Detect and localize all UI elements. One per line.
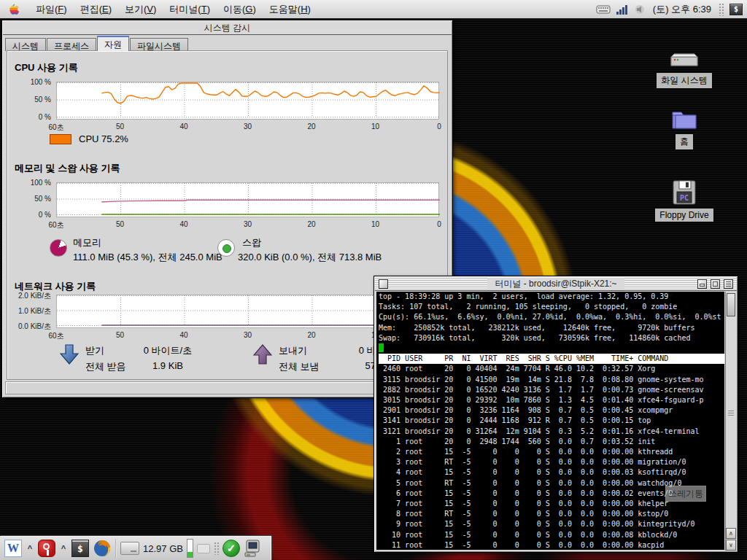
- keyboard-icon[interactable]: [596, 4, 611, 15]
- tray-handle[interactable]: [719, 3, 724, 16]
- menu-item-5[interactable]: 이동(G): [217, 1, 263, 17]
- x-tick-60초: 60초: [48, 122, 63, 133]
- process-row: 2460 root 20 0 40404 24m 7704 R 46.0 10.…: [379, 364, 724, 374]
- process-row: 2 root 15 -5 0 0 0 S 0.0 0.0 0:00.00 kth…: [379, 447, 724, 457]
- fsguard-level-indicator[interactable]: [187, 539, 193, 558]
- taskbar-handle[interactable]: [214, 542, 219, 555]
- recv-total-value: 1.9 KiB: [117, 360, 219, 371]
- desktop-icon-화일 시스템[interactable]: 화일 시스템: [649, 42, 719, 88]
- terminal-scrollbar[interactable]: ∧ ∨: [725, 292, 736, 551]
- tab-프로세스[interactable]: 프로세스: [47, 38, 96, 51]
- terminal-screen[interactable]: top - 18:39:28 up 3 min, 2 users, load a…: [376, 292, 724, 550]
- tab-자원[interactable]: 자원: [97, 36, 129, 51]
- recv-label: 받기: [85, 344, 104, 357]
- top-summary-line: Cpu(s): 66.1%us, 6.6%sy, 0.0%ni, 27.0%id…: [379, 312, 724, 322]
- cpu-x-labels: 60초50403020100: [56, 122, 439, 131]
- cpu-y-50: 50 %: [9, 96, 51, 104]
- x-tick-40: 40: [179, 122, 187, 131]
- desktop-icon-label: 화일 시스템: [657, 73, 711, 88]
- process-row: 2901 broodsir 20 0 3236 1164 908 S 0.7 0…: [379, 405, 724, 416]
- minimize-button[interactable]: [697, 279, 707, 289]
- shade-button[interactable]: [724, 279, 733, 289]
- x-tick-50: 50: [116, 122, 124, 131]
- memory-history-chart: [56, 182, 439, 217]
- upload-arrow-icon: [253, 344, 272, 365]
- top-summary-line: Swap: 730916k total, 320k used, 730596k …: [379, 333, 724, 343]
- terminal-titlebar[interactable]: 터미널 - broodsir@iStpik-X21:~: [375, 277, 737, 291]
- small-drive-icon[interactable]: [197, 544, 210, 553]
- updates-ok-icon[interactable]: ✓: [222, 540, 240, 557]
- scroll-down-button[interactable]: ∨: [726, 540, 736, 551]
- send-total-label: 전체 보냄: [279, 360, 320, 373]
- screen: 파일(F)편집(E)보기(V)터미널(T)이동(G)도움말(H) (토) 오후 …: [0, 0, 747, 560]
- x-tick-0: 0: [437, 220, 441, 228]
- volume-icon[interactable]: [635, 4, 646, 15]
- swap-dot-icon: [217, 239, 235, 257]
- menu-item-2[interactable]: 편집(E): [74, 1, 118, 17]
- net-y-1: 1.0 KiB/초: [9, 306, 51, 316]
- mem-y-50: 50 %: [9, 195, 51, 203]
- svg-text:PC: PC: [680, 194, 689, 202]
- desktop-icon-홈[interactable]: 홈: [649, 104, 719, 149]
- x-tick-60초: 60초: [48, 220, 63, 230]
- chevron-up-icon[interactable]: ^: [26, 544, 34, 553]
- menu-item-1[interactable]: 파일(F): [29, 1, 74, 17]
- scroll-up-button[interactable]: ∧: [726, 528, 736, 539]
- apple-menu-icon[interactable]: [7, 3, 19, 15]
- desktop-icon-label: 홈: [676, 134, 693, 149]
- download-arrow-icon: [60, 344, 79, 365]
- chevron-up-icon-2[interactable]: ^: [59, 544, 68, 553]
- menu-bar: 파일(F)편집(E)보기(V)터미널(T)이동(G)도움말(H) (토) 오후 …: [0, 0, 747, 19]
- scrollbar-thumb[interactable]: [727, 293, 735, 316]
- x-tick-10: 10: [371, 122, 379, 131]
- terminal-cursor: [379, 343, 384, 352]
- system-monitor-titlebar[interactable]: 시스템 감시: [3, 21, 452, 35]
- word-processor-icon[interactable]: W: [4, 540, 22, 557]
- floppy-icon: PC: [671, 178, 697, 206]
- terminal-launcher-icon[interactable]: $: [71, 540, 89, 557]
- desktop-icon-Floppy Drive[interactable]: PCFloppy Drive: [649, 178, 719, 222]
- menubar-tray: (토) 오후 6:39 $: [596, 3, 743, 16]
- computer-icon[interactable]: [244, 539, 263, 558]
- menu-item-3[interactable]: 보기(V): [118, 1, 163, 17]
- process-row: 9 root 15 -5 0 0 0 S 0.0 0.0 0:00.00 kin…: [379, 519, 724, 529]
- mem-y-100: 100 %: [9, 179, 51, 187]
- cpu-y-100: 100 %: [9, 78, 51, 86]
- home-folder-icon: [670, 104, 699, 131]
- terminal-title: 터미널 - broodsir@iStpik-X21:~: [487, 278, 624, 290]
- x-tick-20: 20: [307, 220, 315, 228]
- active-app-icon[interactable]: $: [729, 4, 743, 15]
- process-row: 4 root 15 -5 0 0 0 S 0.0 0.0 0:00.03 kso…: [379, 467, 724, 478]
- top-summary-line: Tasks: 107 total, 2 running, 105 sleepin…: [379, 302, 724, 312]
- signal-bars-icon[interactable]: [616, 4, 629, 15]
- top-summary-line: top - 18:39:28 up 3 min, 2 users, load a…: [379, 292, 724, 302]
- disk-usage-icon[interactable]: [120, 542, 139, 555]
- mem-y-0: 0 %: [9, 211, 51, 219]
- cpu-y-0: 0 %: [9, 113, 51, 121]
- taskbar-separator: [115, 539, 117, 558]
- cpu-history-chart: [56, 82, 439, 120]
- cpu-legend-swatch: [50, 134, 71, 144]
- maximize-button[interactable]: [711, 279, 720, 289]
- process-row: 3 root RT -5 0 0 0 S 0.0 0.0 0:00.00 mig…: [379, 457, 724, 467]
- tab-시스템[interactable]: 시스템: [5, 38, 46, 51]
- memory-legend-value: 111.0 MiB (45.3 %), 전체 245.0 MiB: [73, 251, 222, 264]
- recv-rate-value: 0 바이트/초: [117, 344, 219, 357]
- system-monitor-title: 시스템 감시: [197, 22, 258, 34]
- menu-item-4[interactable]: 터미널(T): [163, 1, 217, 17]
- tab-파일시스템[interactable]: 파일시스템: [130, 38, 188, 51]
- scrollbar-grip: [728, 411, 734, 416]
- red-app-icon[interactable]: [38, 540, 55, 557]
- menubar-clock[interactable]: (토) 오후 6:39: [651, 3, 713, 16]
- firefox-icon[interactable]: [93, 539, 112, 558]
- x-tick-30: 30: [244, 122, 252, 131]
- cpu-legend-label: CPU 75.2%: [79, 133, 128, 144]
- process-table-header: PID USER PR NI VIRT RES SHR S %CPU %MEM …: [379, 354, 724, 364]
- top-summary-line: Mem: 250852k total, 238212k used, 12640k…: [379, 323, 724, 333]
- swap-legend-label: 스왑: [242, 236, 261, 249]
- memory-section-heading: 메모리 및 스왑 사용 기록: [15, 162, 120, 175]
- close-button[interactable]: [379, 279, 388, 289]
- menu-item-6[interactable]: 도움말(H): [263, 1, 317, 17]
- x-tick-50: 50: [116, 331, 124, 339]
- process-row: 3121 broodsir 20 0 31264 12m 9104 S 0.3 …: [379, 427, 724, 437]
